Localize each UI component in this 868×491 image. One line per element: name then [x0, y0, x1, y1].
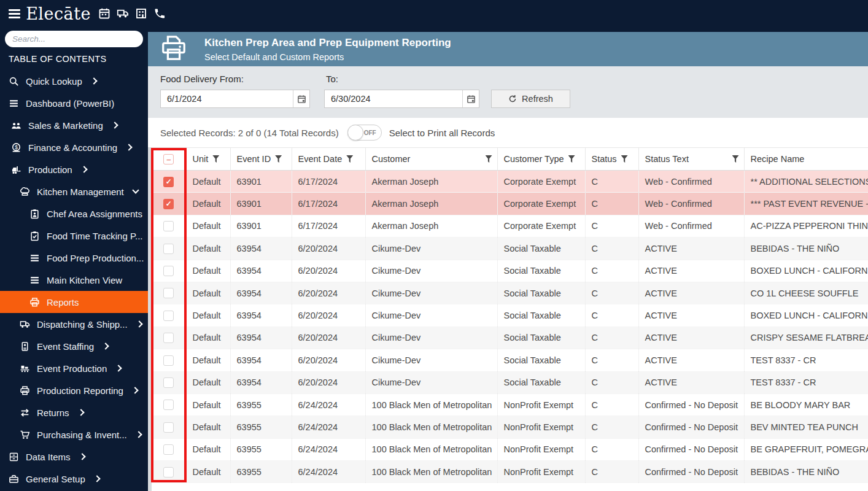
filter-icon[interactable]	[346, 155, 353, 163]
sidebar-item-label: Food Prep Production...	[47, 253, 144, 263]
page-title: Kitchen Prep Area and Prep Equipment Rep…	[204, 37, 451, 49]
cell-customer: 100 Black Men of Metropolitan	[365, 461, 497, 483]
filter-icon[interactable]	[732, 155, 739, 163]
sidebar-item-data-items[interactable]: Data Items	[0, 446, 148, 468]
calendar-picker-icon[interactable]	[462, 90, 479, 107]
cell-event-date: 6/20/2024	[292, 260, 365, 282]
sidebar-item-returns[interactable]: Returns	[0, 401, 148, 423]
sidebar-item-dispatching-shipp[interactable]: Dispatching & Shipp...	[0, 313, 148, 335]
column-label: Event Date	[298, 154, 343, 164]
row-checkbox[interactable]	[163, 333, 174, 343]
cell-status: C	[585, 349, 638, 371]
row-checkbox[interactable]	[163, 311, 174, 321]
sidebar-item-label: Reports	[47, 297, 79, 307]
filter-icon[interactable]	[212, 155, 219, 163]
sidebar-item-production-reporting[interactable]: Production Reporting	[0, 379, 148, 401]
row-checkbox[interactable]	[163, 221, 174, 231]
cell-event-date: 6/24/2024	[292, 438, 365, 460]
sidebar-item-food-prep-production[interactable]: Food Prep Production...	[0, 247, 148, 269]
row-checkbox[interactable]	[163, 467, 174, 477]
cell-event-id: 63955	[230, 416, 292, 438]
column-label: Customer Type	[504, 154, 564, 164]
row-checkbox[interactable]	[163, 244, 174, 254]
sidebar-item-chef-area-assignments[interactable]: Chef Area Assignments	[0, 203, 148, 225]
sidebar-item-production[interactable]: Production	[0, 158, 148, 180]
cell-customer: Cikume-Dev	[365, 260, 497, 282]
cell-customer-type: Social Taxable	[497, 282, 585, 304]
row-checkbox[interactable]: ✓	[163, 199, 174, 209]
archive-icon	[9, 452, 19, 462]
row-checkbox[interactable]	[163, 444, 174, 455]
table-row: Default639546/20/2024Cikume-DevSocial Ta…	[152, 371, 868, 393]
calendar-picker-icon[interactable]	[293, 90, 309, 107]
sidebar-item-label: Data Items	[26, 452, 71, 462]
sidebar-item-quick-lookup[interactable]: Quick Lookup	[0, 70, 148, 92]
cell-recipe: CRISPY SESAME FLATBREAD	[744, 327, 868, 349]
sidebar-item-general-setup[interactable]: General Setup	[0, 468, 148, 490]
sidebar-item-dashboard-powerbi[interactable]: Dashboard (PowerBI)	[0, 92, 148, 114]
cell-event-id: 63901	[230, 193, 292, 215]
filter-icon[interactable]	[568, 155, 575, 163]
conveyor-icon	[20, 363, 30, 374]
row-checkbox[interactable]	[163, 377, 174, 388]
cell-event-date: 6/17/2024	[292, 171, 365, 193]
sidebar-item-purchasing-invent[interactable]: Purchasing & Invent...	[0, 423, 148, 446]
search-input[interactable]	[5, 31, 143, 47]
cell-unit: Default	[186, 461, 230, 483]
table-row: Default639556/24/2024100 Black Men of Me…	[152, 416, 868, 438]
cell-customer-type: NonProfit Exempt	[497, 416, 585, 438]
cell-customer: 100 Black Men of Metropolitan	[365, 393, 497, 416]
cell-recipe: ** ADDITIONAL SELECTIONS	[744, 171, 868, 193]
clipboard-check-icon	[29, 231, 40, 241]
to-date-input[interactable]	[325, 90, 462, 107]
phone-icon[interactable]	[153, 7, 166, 20]
chevron-right-icon	[125, 144, 132, 150]
sidebar-item-food-time-tracking-p[interactable]: Food Time Tracking P...	[0, 225, 148, 247]
sidebar-item-event-staffing[interactable]: Event Staffing	[0, 335, 148, 357]
app-logo: Elecāte	[26, 4, 91, 23]
select-all-checkbox[interactable]: –	[163, 154, 174, 164]
cell-unit: Default	[186, 238, 230, 260]
cell-recipe: BEBIDAS - THE NIÑO	[744, 461, 868, 483]
venues-icon[interactable]	[134, 7, 147, 20]
badge-icon	[20, 341, 30, 352]
print-all-toggle[interactable]: OFF	[347, 125, 382, 141]
cell-event-id: 63901	[230, 215, 292, 237]
sidebar-item-finance-accounting[interactable]: $Finance & Accounting	[0, 136, 148, 158]
row-checkbox[interactable]	[163, 400, 174, 410]
row-checkbox[interactable]	[163, 288, 174, 298]
table-row: Default639556/24/2024100 Black Men of Me…	[152, 438, 868, 460]
sidebar-item-event-production[interactable]: Event Production	[0, 357, 148, 379]
sidebar-item-label: Finance & Accounting	[28, 142, 117, 153]
column-header-customer-type: Customer Type	[497, 148, 585, 171]
table-row: Default639546/20/2024Cikume-DevSocial Ta…	[152, 304, 868, 327]
menu-icon[interactable]	[9, 9, 20, 18]
cell-recipe: BOXED LUNCH - CALIFORNIA	[744, 304, 868, 327]
sidebar-item-reports[interactable]: Reports	[0, 291, 148, 313]
from-date-input[interactable]	[161, 90, 293, 107]
row-checkbox[interactable]	[163, 266, 174, 276]
filter-icon[interactable]	[486, 155, 492, 163]
sidebar-item-kitchen-management[interactable]: Kitchen Management	[0, 180, 148, 203]
cell-status-text: ACTIVE	[638, 371, 744, 393]
sidebar-item-main-kitchen-view[interactable]: Main Kitchen View	[0, 269, 148, 291]
row-checkbox[interactable]	[163, 422, 174, 433]
filter-icon[interactable]	[621, 155, 628, 163]
column-label: Recipe Name	[751, 154, 805, 164]
calendar-icon[interactable]	[98, 7, 110, 20]
cell-recipe: BEBIDAS - THE NIÑO	[744, 238, 868, 260]
refresh-button[interactable]: Refresh	[491, 90, 570, 108]
cell-status: C	[585, 282, 638, 304]
row-checkbox[interactable]	[163, 355, 174, 366]
clipboard-person-icon	[29, 209, 40, 219]
list-icon	[9, 98, 19, 109]
sidebar-item-label: Event Production	[37, 363, 107, 374]
row-checkbox[interactable]: ✓	[163, 177, 174, 187]
sidebar-item-sales-marketing[interactable]: Sales & Marketing	[0, 114, 148, 136]
cell-status-text: ACTIVE	[638, 238, 744, 260]
filter-icon[interactable]	[275, 155, 282, 163]
truck-icon[interactable]	[116, 7, 129, 20]
sidebar-item-label: Main Kitchen View	[47, 275, 122, 285]
page-header: Kitchen Prep Area and Prep Equipment Rep…	[148, 32, 868, 66]
cell-status: C	[585, 260, 638, 282]
